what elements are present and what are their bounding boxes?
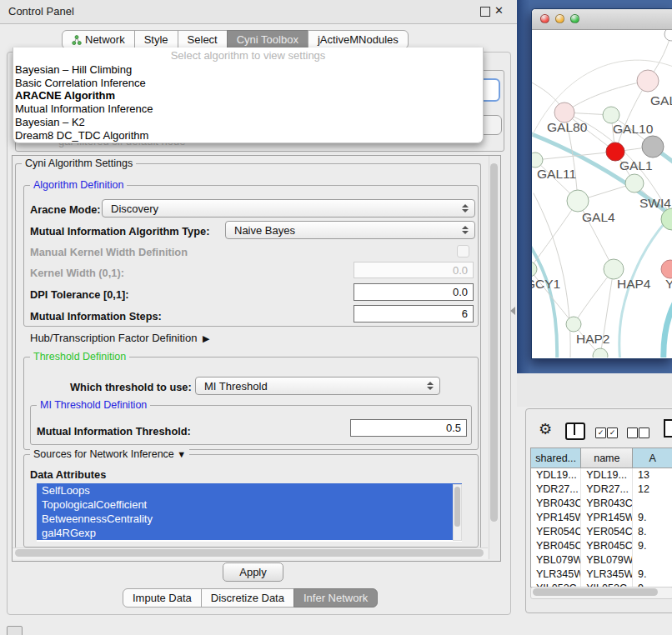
network-node-gal1[interactable] <box>625 174 644 192</box>
tab-select[interactable]: Select <box>178 30 228 49</box>
zoom-window-icon[interactable] <box>570 14 579 23</box>
minimized-panel-icon[interactable] <box>7 626 23 635</box>
minimize-window-icon[interactable] <box>555 14 564 23</box>
dropdown-item-aracne-algorithm[interactable]: ARACNE Algorithm <box>13 89 483 102</box>
tab-jactivemnodules[interactable]: jActiveMNodules <box>308 30 409 49</box>
dropdown-item-dream8-dc-tdc-algorithm[interactable]: Dream8 DC_TDC Algorithm <box>13 129 483 142</box>
check-all-icon[interactable]: ✓ <box>595 428 606 438</box>
network-edge[interactable] <box>664 280 672 358</box>
table-cell: 13 <box>633 468 672 482</box>
data-attributes-list[interactable]: SelfLoopsTopologicalCoefficientBetweenne… <box>37 483 462 542</box>
column-header-a[interactable]: A <box>633 448 672 468</box>
network-edge[interactable] <box>532 234 557 358</box>
settings-vertical-scrollbar-thumb[interactable] <box>490 163 498 522</box>
tab-label: Cyni Toolbox <box>237 33 298 46</box>
table-cell: YDL19... <box>531 468 581 482</box>
node-label-swi4: SWI4 <box>639 196 671 210</box>
network-edge[interactable] <box>615 81 648 152</box>
network-node[interactable] <box>642 136 664 158</box>
network-canvas[interactable]: GALGAL80GAL10GAL11GAL1SWI4GAL4GCY1HAP4YH… <box>532 30 672 358</box>
splitter-collapse-icon[interactable] <box>510 307 515 315</box>
hub-section-label: Hub/Transcription Factor Definition <box>30 332 197 344</box>
tab-style[interactable]: Style <box>134 30 178 49</box>
network-node-gcy1[interactable] <box>532 262 537 277</box>
tab-infer-network[interactable]: Infer Network <box>293 588 378 608</box>
dropdown-item-bayesian-hill-climbing[interactable]: Bayesian – Hill Climbing <box>13 63 483 77</box>
table-row[interactable]: YDR27...YDR27...12 <box>531 482 672 497</box>
network-window-titlebar[interactable] <box>532 9 672 30</box>
data-attributes-label: Data Attributes <box>30 468 106 481</box>
table-row[interactable]: YER054CYER054C8. <box>531 525 672 539</box>
table-row[interactable]: YLR345WYLR345W9. <box>531 568 672 582</box>
aracne-mode-combo[interactable]: Discovery <box>102 199 475 218</box>
manual-kernel-checkbox[interactable] <box>457 245 469 258</box>
table-row[interactable]: YBR043CYBR043C <box>531 497 672 511</box>
which-threshold-combo[interactable]: MI Threshold <box>195 377 440 395</box>
table-cell: YBR043C <box>581 497 633 511</box>
table-cell: 9. <box>633 511 672 525</box>
network-edge[interactable] <box>564 81 648 112</box>
close-window-icon[interactable] <box>540 14 549 23</box>
mi-type-combo[interactable]: Naive Bayes <box>225 221 475 239</box>
column-header-name[interactable]: name <box>581 448 633 468</box>
attribute-item-selfloops[interactable]: SelfLoops <box>37 483 462 498</box>
network-node-gal11[interactable] <box>532 152 543 168</box>
tab-label: Select <box>188 33 218 46</box>
table-row[interactable]: YBL079WYBL079W <box>531 553 672 568</box>
table-header-row: shared...nameA <box>531 448 672 468</box>
check-all-icon[interactable]: ✓ <box>607 428 618 438</box>
table-horizontal-scrollbar-thumb[interactable] <box>533 588 658 596</box>
mi-steps-field[interactable]: 6 <box>354 305 474 322</box>
node-label-gal80: GAL80 <box>547 120 588 134</box>
settings-horizontal-scrollbar-thumb[interactable] <box>15 549 484 557</box>
float-panel-icon[interactable] <box>480 7 490 17</box>
new-document-icon[interactable] <box>664 419 672 438</box>
sources-legend[interactable]: Sources for Network Inference ▼ <box>30 448 189 460</box>
attribute-item-gal4rgexp[interactable]: gal4RGexp <box>37 526 462 540</box>
dropdown-item-mutual-information-inference[interactable]: Mutual Information Inference <box>13 102 483 116</box>
dropdown-item-bayesian-k2[interactable]: Bayesian – K2 <box>13 116 483 129</box>
network-edge[interactable] <box>534 193 570 358</box>
tab-cyni-toolbox[interactable]: Cyni Toolbox <box>227 30 308 49</box>
table-cell: YDR27... <box>531 482 581 497</box>
dpi-tolerance-field[interactable]: 0.0 <box>354 283 474 301</box>
network-node-gal4[interactable] <box>567 190 589 212</box>
threshold-definition-legend: Threshold Definition <box>30 351 129 362</box>
tab-label: Style <box>144 33 168 46</box>
table-row[interactable]: YDL19...YDL19...13 <box>531 468 672 482</box>
control-panel-title: Control Panel <box>8 5 74 18</box>
uncheck-all-icon[interactable] <box>627 428 638 438</box>
attributes-scrollbar-thumb[interactable] <box>454 487 460 527</box>
network-node[interactable] <box>664 30 672 41</box>
network-node-gal10[interactable] <box>603 107 619 123</box>
table-cell: YDL19... <box>581 468 633 482</box>
table-row[interactable]: YBR045CYBR045C9. <box>531 539 672 553</box>
algorithm-definition-legend: Algorithm Definition <box>30 179 127 191</box>
split-columns-icon[interactable] <box>565 422 585 440</box>
kernel-width-field[interactable]: 0.0 <box>354 262 474 278</box>
table-cell: YBL079W <box>531 553 581 568</box>
cyni-settings-legend: Cyni Algorithm Settings <box>22 158 136 169</box>
dropdown-item-basic-correlation-inference[interactable]: Basic Correlation Inference <box>13 77 483 90</box>
table-cell: YBL079W <box>581 553 633 568</box>
uncheck-all-icon[interactable] <box>639 428 649 438</box>
table-row[interactable]: YPR145WYPR145W9. <box>531 511 672 525</box>
tab-discretize-data[interactable]: Discretize Data <box>201 588 294 608</box>
table-cell: YBR045C <box>581 539 633 553</box>
column-header-shared[interactable]: shared... <box>531 448 581 468</box>
network-node-y[interactable] <box>661 260 672 278</box>
apply-button[interactable]: Apply <box>223 562 283 582</box>
table-cell: YER054C <box>581 525 633 539</box>
attribute-item-betweennesscentrality[interactable]: BetweennessCentrality <box>37 512 462 526</box>
close-panel-icon[interactable]: ✕ <box>494 4 504 17</box>
network-window[interactable]: GALGAL80GAL10GAL11GAL1SWI4GAL4GCY1HAP4YH… <box>531 8 672 359</box>
mi-threshold-field[interactable]: 0.5 <box>350 419 467 437</box>
gear-icon[interactable]: ⚙ <box>539 420 552 438</box>
attribute-item-topologicalcoefficient[interactable]: TopologicalCoefficient <box>37 498 462 512</box>
tab-network[interactable]: Network <box>62 30 135 49</box>
tab-impute-data[interactable]: Impute Data <box>123 588 202 608</box>
network-node-hap2[interactable] <box>566 317 581 332</box>
network-node-gal[interactable] <box>637 70 659 92</box>
sources-legend-text: Sources for Network Inference <box>33 448 174 460</box>
hub-section-toggle[interactable]: Hub/Transcription Factor Definition ▶ <box>30 332 210 344</box>
